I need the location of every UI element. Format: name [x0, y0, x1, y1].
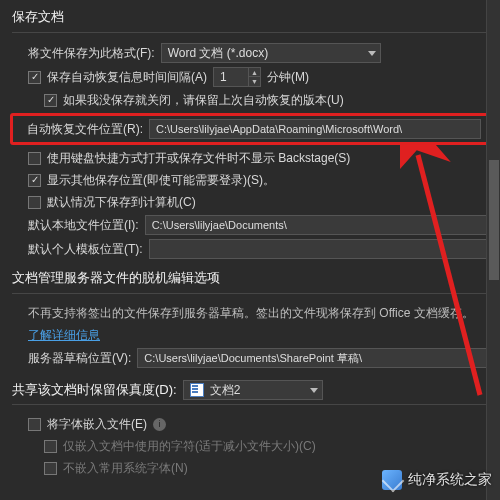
offline-description: 不再支持将签出的文件保存到服务器草稿。签出的文件现将保存到 Office 文档缓… — [28, 304, 474, 322]
embed-used-chars-checkbox — [44, 440, 57, 453]
no-backstage-label: 使用键盘快捷方式打开或保存文件时不显示 Backstage(S) — [47, 150, 350, 167]
no-common-fonts-checkbox — [44, 462, 57, 475]
default-file-location-label: 默认本地文件位置(I): — [28, 217, 139, 234]
document-icon — [190, 383, 204, 397]
save-to-computer-checkbox[interactable] — [28, 196, 41, 209]
learn-more-link[interactable]: 了解详细信息 — [28, 327, 100, 344]
autosave-checkbox[interactable] — [28, 71, 41, 84]
keep-last-autorecover-checkbox[interactable] — [44, 94, 57, 107]
chevron-down-icon — [368, 51, 376, 56]
divider — [12, 32, 488, 33]
autosave-minutes-spinner[interactable]: 1 ▲ ▼ — [213, 67, 261, 87]
info-icon[interactable]: i — [153, 418, 166, 431]
server-draft-location-label: 服务器草稿位置(V): — [28, 350, 131, 367]
show-other-locations-label: 显示其他保存位置(即使可能需要登录)(S)。 — [47, 172, 275, 189]
embed-used-chars-label: 仅嵌入文档中使用的字符(适于减小文件大小)(C) — [63, 438, 316, 455]
watermark: 纯净系统之家 — [382, 470, 492, 490]
spinner-up-icon[interactable]: ▲ — [248, 68, 260, 77]
keep-last-autorecover-label: 如果我没保存就关闭，请保留上次自动恢复的版本(U) — [63, 92, 344, 109]
autorecover-highlight: 自动恢复文件位置(R): C:\Users\lilyjae\AppData\Ro… — [10, 113, 490, 145]
no-backstage-checkbox[interactable] — [28, 152, 41, 165]
embed-fonts-checkbox[interactable] — [28, 418, 41, 431]
fidelity-document-select[interactable]: 文档2 — [183, 380, 323, 400]
watermark-icon — [382, 470, 402, 490]
divider — [12, 404, 488, 405]
save-format-select[interactable]: Word 文档 (*.docx) — [161, 43, 381, 63]
save-format-label: 将文件保存为此格式(F): — [28, 45, 155, 62]
autorecover-location-label: 自动恢复文件位置(R): — [27, 121, 143, 138]
autosave-label: 保存自动恢复信息时间间隔(A) — [47, 69, 207, 86]
embed-fonts-label: 将字体嵌入文件(E) — [47, 416, 147, 433]
personal-templates-label: 默认个人模板位置(T): — [28, 241, 143, 258]
server-draft-location-input[interactable]: C:\Users\lilyjae\Documents\SharePoint 草稿… — [137, 348, 488, 368]
show-other-locations-checkbox[interactable] — [28, 174, 41, 187]
save-format-value: Word 文档 (*.docx) — [168, 45, 268, 62]
fidelity-document-value: 文档2 — [210, 382, 241, 399]
divider — [12, 293, 488, 294]
no-common-fonts-label: 不嵌入常用系统字体(N) — [63, 460, 188, 477]
vertical-scrollbar[interactable] — [486, 0, 500, 500]
minutes-unit-label: 分钟(M) — [267, 69, 309, 86]
save-to-computer-label: 默认情况下保存到计算机(C) — [47, 194, 196, 211]
spinner-down-icon[interactable]: ▼ — [248, 77, 260, 86]
autorecover-location-input[interactable]: C:\Users\lilyjae\AppData\Roaming\Microso… — [149, 119, 481, 139]
section-offline-title: 文档管理服务器文件的脱机编辑选项 — [0, 261, 500, 291]
default-file-location-input[interactable]: C:\Users\lilyjae\Documents\ — [145, 215, 488, 235]
personal-templates-input[interactable] — [149, 239, 488, 259]
autosave-minutes-value: 1 — [220, 70, 227, 84]
chevron-down-icon — [310, 388, 318, 393]
scrollbar-thumb[interactable] — [489, 160, 499, 280]
section-save-title: 保存文档 — [0, 0, 500, 30]
watermark-text: 纯净系统之家 — [408, 471, 492, 489]
section-fidelity-title: 共享该文档时保留保真度(D): — [12, 381, 177, 399]
